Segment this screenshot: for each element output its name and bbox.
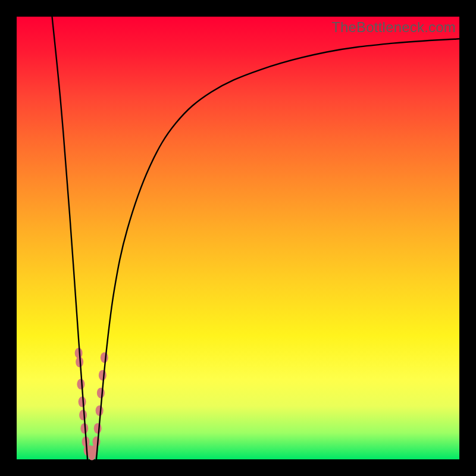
data-point xyxy=(92,436,100,447)
chart-svg xyxy=(17,17,459,459)
data-point xyxy=(97,387,105,398)
curve-right xyxy=(96,39,459,459)
data-point xyxy=(77,379,84,390)
data-point xyxy=(99,370,107,381)
data-point xyxy=(94,423,102,434)
chart-frame: TheBottleneck.com xyxy=(0,0,476,476)
data-point xyxy=(79,410,87,421)
data-point xyxy=(79,396,86,407)
data-point xyxy=(96,405,104,416)
plot-area: TheBottleneck.com xyxy=(17,17,459,459)
data-point xyxy=(101,352,108,363)
curve-left xyxy=(52,17,88,459)
